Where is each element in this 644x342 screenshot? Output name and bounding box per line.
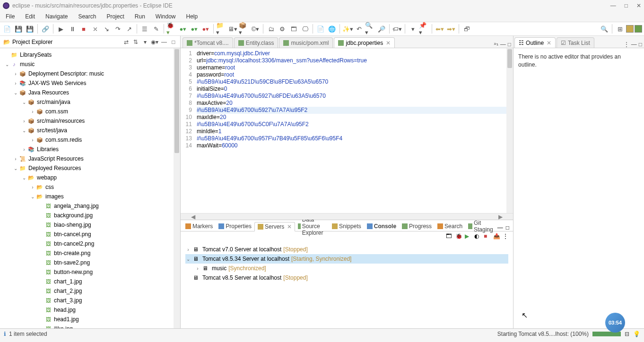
globe-icon[interactable]: 🌐 [327, 24, 337, 34]
javaee-perspective-icon[interactable] [626, 25, 634, 33]
bottom-tab-data-source-explorer[interactable]: Data Source Explorer [295, 222, 329, 231]
tab-task-list[interactable]: ☑ Task List [557, 37, 594, 48]
close-tab-icon[interactable]: ✕ [547, 40, 551, 46]
bottom-tab-snippets[interactable]: Snippets [329, 222, 364, 231]
code-line[interactable]: driver=com.mysql.jdbc.Driver [197, 50, 513, 57]
tree-item[interactable]: ⌄📦Java Resources [0, 88, 180, 97]
bottom-tab-git-staging[interactable]: Git Staging [465, 222, 497, 231]
menu-help[interactable]: Help [184, 12, 200, 21]
editor-vscrollbar[interactable] [506, 48, 513, 213]
editor-tab[interactable]: music/pom.xml [279, 37, 333, 48]
tree-twisty-icon[interactable]: ⌄ [12, 166, 19, 171]
servers-tree[interactable]: ›🖥Tomcat v7.0 Server at localhost [Stopp… [181, 242, 513, 328]
tree-item[interactable]: 🖼head.jpg [0, 305, 180, 315]
tree-twisty-icon[interactable]: › [29, 109, 36, 114]
tree-item[interactable]: ›📦com.ssm.redis [0, 135, 180, 145]
maximize-panel-icon[interactable]: □ [506, 224, 509, 231]
lens-icon[interactable]: 🔎 [376, 24, 387, 34]
step-return-button[interactable]: ↗ [124, 24, 134, 34]
code-line[interactable]: #\u5B9A\u4E49\u521D\u59CB\u8FDE\u63A5\u6… [197, 78, 513, 86]
scroll-thumb[interactable] [174, 49, 179, 153]
search2-icon[interactable]: 🔍▾ [365, 24, 375, 34]
code-line[interactable]: username=root [197, 64, 513, 71]
tree-twisty-icon[interactable]: › [29, 185, 36, 190]
tree-twisty-icon[interactable]: ⌄ [21, 175, 27, 180]
tree-item[interactable]: ›📚JAX-WS Web Services [0, 78, 180, 88]
step-over-button[interactable]: ↷ [113, 24, 123, 34]
tree-twisty-icon[interactable]: › [21, 119, 27, 124]
undo-wand-icon[interactable]: ↶ [354, 24, 364, 34]
code-line[interactable]: #\u5B9A\u4E49\u6700\u5927\u8FDE\u63A5\u6… [197, 93, 513, 100]
code-line[interactable]: initialSize=0 [197, 86, 513, 93]
menu-navigate[interactable]: Navigate [44, 12, 70, 21]
server-item[interactable]: ›🖥Tomcat v7.0 Server at localhost [Stopp… [185, 245, 508, 254]
tree-twisty-icon[interactable]: ⌄ [21, 128, 27, 133]
overflow-icon[interactable]: »₁ [494, 41, 498, 48]
debug-perspective-icon[interactable] [635, 25, 642, 33]
tree-twisty-icon[interactable]: ⌄ [21, 100, 27, 105]
tree-item[interactable]: ›📦src/main/resources [0, 116, 180, 126]
collapse-icon[interactable]: ⊟ [625, 331, 629, 337]
scroll-thumb[interactable] [507, 49, 512, 68]
link-icon[interactable]: 🔗 [40, 24, 51, 34]
tree-item[interactable]: ›📚Libraries [0, 145, 180, 154]
maximize-panel-icon[interactable]: □ [170, 38, 177, 46]
window-icon[interactable]: 🗔 [288, 24, 299, 34]
code-line[interactable]: maxActive=20 [197, 100, 513, 107]
code-line[interactable]: password=root [197, 71, 513, 78]
editor-tab[interactable]: jdbc.properties✕ [334, 37, 395, 48]
debug-pause-button[interactable]: ⏸ [67, 24, 78, 34]
minimize-panel-icon[interactable]: — [160, 38, 168, 46]
file-icon[interactable]: 📄 [315, 24, 326, 34]
bottom-tab-search[interactable]: Search [435, 222, 465, 231]
maximize-panel-icon[interactable]: □ [639, 41, 642, 48]
tree-twisty-icon[interactable]: ⌄ [12, 90, 19, 95]
server-item[interactable]: ⌄🖥Tomcat v8.5.34 Server at localhost [St… [185, 254, 508, 264]
tree-twisty-icon[interactable]: › [185, 247, 191, 252]
servers-profile-icon[interactable]: ◐ [474, 233, 482, 240]
minimize-panel-icon[interactable]: — [631, 41, 637, 48]
editor-tab[interactable]: *Tomcat v8.... [183, 37, 233, 48]
gear-icon[interactable]: ⚙ [277, 24, 287, 34]
close-tab-icon[interactable]: ✕ [287, 223, 292, 230]
tree-twisty-icon[interactable]: ⌄ [185, 256, 191, 262]
project-tree[interactable]: 📁LibrarySeats⌄♪music›📦Deployment Descrip… [0, 48, 180, 328]
screen-icon[interactable]: 🖵 [300, 24, 310, 34]
tree-item[interactable]: ⌄📂images [0, 192, 180, 201]
tree-item[interactable]: ›📦Deployment Descriptor: music [0, 69, 180, 78]
tab-outline[interactable]: ☷ Outline ✕ [514, 37, 556, 48]
servers-nolink-icon[interactable]: 🗔 [446, 233, 453, 240]
tree-twisty-icon[interactable]: ⌄ [4, 62, 10, 67]
back-button[interactable]: ⬅▾ [435, 24, 445, 34]
tree-item[interactable]: ⌄📦src/main/java [0, 97, 180, 107]
menu-window[interactable]: Window [154, 12, 178, 21]
debug-stop-button[interactable]: ■ [78, 24, 89, 34]
tree-item[interactable]: 🖼background.jpg [0, 211, 180, 220]
bulb-icon[interactable]: 💡 [633, 331, 640, 337]
tree-item[interactable]: ›📂css [0, 182, 180, 192]
new-button[interactable]: 📄 [2, 24, 12, 34]
list-icon[interactable]: ☰ [139, 24, 150, 34]
pencil-icon[interactable]: ✎ [151, 24, 161, 34]
editor-tab[interactable]: Entity.class [234, 37, 278, 48]
server-item[interactable]: ›🖥music [Synchronized] [185, 264, 508, 273]
vertical-scrollbar[interactable] [174, 48, 180, 328]
collapse-all-icon[interactable]: ⇄ [122, 38, 130, 46]
step-into-button[interactable]: ↘ [101, 24, 112, 34]
tree-item[interactable]: 🖼angela_zhang.jpg [0, 201, 180, 211]
debug-button[interactable]: 🐞▾ [166, 24, 177, 34]
debug-disconnect-button[interactable]: ⤫ [90, 24, 100, 34]
code-line[interactable]: #\u5B9A\u4E49\u6700\u5C0F\u7A7A\u95F2 [197, 121, 513, 128]
code-editor[interactable]: 1234567891011121314 driver=com.mysql.jdb… [181, 48, 513, 213]
debug-skip-button[interactable]: ▶ [56, 24, 66, 34]
filter-icon[interactable]: ▾ [141, 38, 149, 46]
run-ext-button[interactable]: ●▾ [189, 24, 200, 34]
minimize-panel-icon[interactable]: — [497, 224, 503, 231]
tree-item[interactable]: ⌄♪music [0, 60, 180, 69]
new-class-button[interactable]: ©▾ [250, 24, 261, 34]
tree-item[interactable]: 🖼head1.jpg [0, 315, 180, 324]
tree-item[interactable]: 🖼chart_3.jpg [0, 296, 180, 305]
minimize-button[interactable]: — [610, 2, 616, 9]
tree-twisty-icon[interactable]: › [12, 81, 19, 86]
tree-item[interactable]: ⌄📁Deployed Resources [0, 163, 180, 173]
